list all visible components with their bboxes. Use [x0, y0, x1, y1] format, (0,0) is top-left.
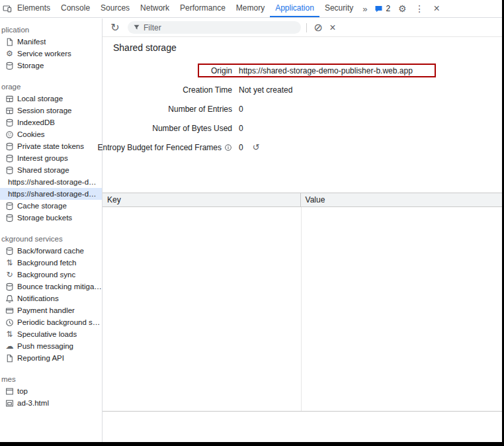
section-header-storage: orage	[0, 81, 102, 93]
gear-icon[interactable]: ⚙	[394, 4, 411, 13]
database-icon	[5, 201, 15, 210]
section-background-services: ckground services Back/forward cache ⇅ B…	[0, 233, 102, 364]
database-icon	[5, 213, 15, 222]
sidebar-item-shared-storage[interactable]: Shared storage	[0, 164, 102, 176]
messages-badge[interactable]: 2	[371, 4, 394, 13]
database-icon	[5, 282, 15, 291]
section-frames: mes top ad-3.html	[0, 373, 102, 409]
database-icon	[5, 142, 15, 151]
sidebar-item-speculative-loads[interactable]: ⇅ Speculative loads	[0, 328, 102, 340]
tab-memory[interactable]: Memory	[231, 0, 270, 17]
sidebar-item-frame-top[interactable]: top	[0, 385, 102, 397]
report-row-origin: Origin https://shared-storage-demo-publi…	[103, 61, 502, 80]
sidebar-item-shared-storage-origin-1[interactable]: https://shared-storage-d…	[0, 176, 102, 188]
shared-storage-panel: ↻ ⊘ × Shared storage Origin https://shar…	[103, 19, 502, 442]
tab-console[interactable]: Console	[56, 0, 95, 17]
reset-icon[interactable]: ↺	[253, 143, 260, 152]
tab-bar: Elements Console Sources Network Perform…	[0, 0, 502, 18]
tab-security[interactable]: Security	[319, 0, 358, 17]
shared-storage-items-grid: Key Value	[103, 193, 502, 412]
sidebar-item-bounce-tracking-mitigations[interactable]: Bounce tracking mitiga…	[0, 281, 102, 292]
close-icon[interactable]: ×	[428, 3, 445, 14]
bell-icon	[5, 294, 15, 303]
gear-icon: ⚙	[5, 49, 15, 58]
report-row-number-of-entries: Number of Entries 0	[103, 99, 502, 118]
cookie-icon	[5, 130, 15, 139]
clock-icon	[5, 318, 15, 327]
sidebar-item-interest-groups[interactable]: Interest groups	[0, 152, 102, 164]
info-icon[interactable]	[224, 144, 232, 152]
sidebar-item-background-fetch[interactable]: ⇅ Background fetch	[0, 257, 102, 269]
sidebar-item-local-storage[interactable]: Local storage	[0, 93, 102, 105]
frame-icon	[5, 386, 15, 396]
tabbar-right-controls: 2 ⚙ ⋮ ×	[371, 0, 445, 17]
report-row-entropy-budget: Entropy Budget for Fenced Frames 0 ↺	[103, 138, 502, 157]
column-header-key[interactable]: Key	[103, 193, 301, 206]
filter-input[interactable]	[144, 23, 296, 32]
sidebar-item-back-forward-cache[interactable]: Back/forward cache	[0, 245, 102, 257]
tab-elements[interactable]: Elements	[12, 0, 56, 17]
sidebar-item-cache-storage[interactable]: Cache storage	[0, 200, 102, 212]
document-icon	[5, 37, 15, 46]
tab-application[interactable]: Application	[270, 0, 319, 17]
section-header-background-services: ckground services	[0, 233, 102, 245]
devtools-window: Elements Console Sources Network Perform…	[0, 0, 502, 442]
application-sidebar: plication Manifest ⚙ Service workers Sto…	[0, 19, 103, 442]
sidebar-item-frame-ad-3[interactable]: ad-3.html	[0, 397, 102, 409]
database-icon	[5, 61, 15, 70]
sidebar-item-background-sync[interactable]: ↻ Background sync	[0, 269, 102, 281]
sidebar-item-private-state-tokens[interactable]: Private state tokens	[0, 140, 102, 152]
document-icon	[5, 353, 15, 363]
filter-box[interactable]	[128, 21, 301, 34]
database-icon	[5, 154, 15, 163]
tab-network[interactable]: Network	[135, 0, 175, 17]
sidebar-item-push-messaging[interactable]: ☁ Push messaging	[0, 340, 102, 352]
section-header-application: plication	[0, 24, 102, 36]
table-icon	[5, 106, 15, 115]
close-icon[interactable]: ×	[325, 21, 340, 35]
sidebar-item-reporting-api[interactable]: Reporting API	[0, 352, 102, 364]
report-row-number-of-bytes-used: Number of Bytes Used 0	[103, 118, 502, 138]
sidebar-item-shared-storage-origin-2[interactable]: https://shared-storage-d…	[0, 188, 102, 200]
column-header-value[interactable]: Value	[301, 193, 502, 206]
grid-body-empty	[103, 207, 502, 412]
sidebar-item-notifications[interactable]: Notifications	[0, 292, 102, 304]
messages-icon	[374, 5, 383, 13]
grid-header: Key Value	[103, 193, 502, 207]
section-application: plication Manifest ⚙ Service workers Sto…	[0, 24, 102, 71]
more-tabs-chevron-icon[interactable]: »	[358, 0, 371, 17]
tab-sources[interactable]: Sources	[95, 0, 135, 17]
database-icon	[5, 165, 15, 175]
sidebar-item-storage[interactable]: Storage	[0, 60, 102, 71]
refresh-icon[interactable]: ↻	[108, 21, 122, 35]
sync-icon: ↻	[5, 270, 15, 279]
clear-icon[interactable]: ⊘	[311, 21, 325, 35]
message-count: 2	[386, 4, 390, 13]
devtools-body: plication Manifest ⚙ Service workers Sto…	[0, 19, 502, 442]
arrows-up-down-icon: ⇅	[5, 258, 15, 267]
more-vertical-icon[interactable]: ⋮	[411, 4, 428, 13]
section-header-frames: mes	[0, 373, 102, 385]
sidebar-item-storage-buckets[interactable]: Storage buckets	[0, 212, 102, 224]
filter-funnel-icon	[133, 24, 140, 31]
report-row-creation-time: Creation Time Not yet created	[103, 80, 502, 99]
section-storage: orage Local storage Session storage Inde…	[0, 81, 102, 224]
page-title: Shared storage	[113, 42, 502, 53]
sidebar-item-service-workers[interactable]: ⚙ Service workers	[0, 48, 102, 60]
sidebar-item-payment-handler[interactable]: Payment handler	[0, 304, 102, 316]
database-icon	[5, 246, 15, 255]
sidebar-item-session-storage[interactable]: Session storage	[0, 105, 102, 116]
arrows-up-down-icon: ⇅	[5, 330, 15, 339]
sidebar-item-indexeddb[interactable]: IndexedDB	[0, 116, 102, 128]
payment-card-icon	[5, 306, 15, 315]
panel-toolbar: ↻ ⊘ ×	[103, 19, 502, 37]
iframe-icon	[5, 398, 15, 408]
database-icon	[5, 118, 15, 127]
report-rows: Origin https://shared-storage-demo-publi…	[103, 61, 502, 157]
toolbar-divider	[306, 23, 307, 32]
device-toolbar-icon[interactable]	[3, 0, 12, 17]
tab-performance[interactable]: Performance	[175, 0, 231, 17]
sidebar-item-periodic-background-sync[interactable]: Periodic background s…	[0, 316, 102, 328]
sidebar-item-cookies[interactable]: Cookies	[0, 128, 102, 140]
sidebar-item-manifest[interactable]: Manifest	[0, 36, 102, 48]
